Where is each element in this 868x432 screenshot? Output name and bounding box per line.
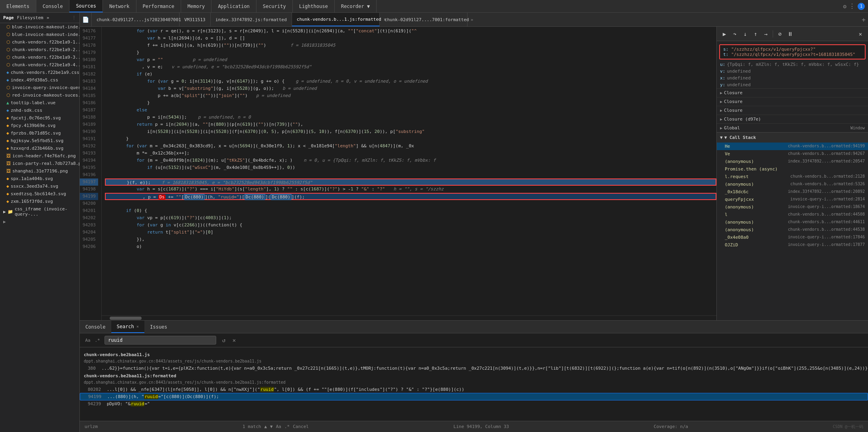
new-tab-btn[interactable]: +	[862, 16, 866, 24]
search-result-line-80202[interactable]: 80202 ...l[0]) && _nfe[6347](l[nfe[5058]…	[80, 386, 868, 393]
tab-network[interactable]: Network	[103, 0, 136, 12]
sidebar-menu-btn[interactable]: ⋮	[72, 15, 76, 20]
search-result-line-94199[interactable]: 94199 ...(880)](h, "ruuid="[c(880)](Dc(8…	[80, 393, 868, 400]
tab-performance[interactable]: Performance	[136, 0, 181, 12]
cancel-search-btn[interactable]: Cancel	[293, 424, 309, 429]
url-t-line: t: "/szzhzz/qlfpcx/v1/queryFpjcxx?t=1681…	[723, 52, 862, 57]
clear-search-btn[interactable]: ✕	[230, 336, 239, 345]
tab-overflow-btn[interactable]: »	[468, 13, 477, 26]
step-btn[interactable]: →	[761, 30, 770, 38]
list-item[interactable]: ◆sxedtzsq.5bc614e3.svg	[0, 190, 79, 198]
call-stack-item-he[interactable]: He chunk-vendors.b...ormatted:94199	[717, 143, 868, 150]
bottom-tab-console[interactable]: Console	[80, 321, 111, 333]
step-over-btn[interactable]: ↷	[730, 30, 739, 38]
file-tab-chunk[interactable]: chunk-02d91l27....js?20230407001	[92, 13, 180, 26]
tab-elements[interactable]: Elements	[0, 0, 36, 12]
list-item[interactable]: ⬡chunk-vendors.f22be1a9-2...	[0, 46, 79, 54]
step-into-btn[interactable]: ↓	[741, 30, 750, 38]
list-item[interactable]: ⬡blue-invoice-makeout-inde...	[0, 23, 79, 31]
file-tab-vm[interactable]: VM311513	[180, 13, 211, 26]
list-item[interactable]: ◆zxm.165f3f0d.svg	[0, 198, 79, 205]
call-stack-item-ojzid[interactable]: OJZiD invoice-query-i...ormatted:17877	[717, 241, 868, 249]
list-item[interactable]: ▲tooltip-label.vue	[0, 99, 79, 107]
closure-d97e[interactable]: ▶Closure (d97e)	[717, 115, 868, 123]
horizontal-scrollbar[interactable]	[102, 315, 716, 320]
call-stack-item-l[interactable]: l chunk-vendors.b...ormatted:44508	[717, 211, 868, 218]
tab-application[interactable]: Application	[211, 0, 256, 12]
sidebar-folder-css-iframe[interactable]: ▶📁css_iframe (invoice-query-...	[0, 205, 79, 218]
regex-match-btn[interactable]: .*	[284, 424, 290, 429]
list-item[interactable]: ◆hgjksyw.5e5fbd51.svg	[0, 137, 79, 145]
list-item[interactable]: ⬡chunk-vendors.f22be1a9-4...	[0, 61, 79, 69]
file-tab-index[interactable]: index.33f47892.js:formatted	[211, 13, 292, 26]
code-line: if (u[n(5152)](u["wSsxC"](m, _0x4de108[_…	[105, 164, 716, 171]
next-match-btn[interactable]: ▼	[270, 424, 273, 429]
closure-2[interactable]: ▶Closure	[717, 97, 868, 106]
sidebar-filesystem-tab[interactable]: Filesystem	[17, 15, 43, 20]
code-editor[interactable]: 94176 94177 94178 94179 94180 94181 9418…	[80, 27, 716, 320]
call-stack-item-queryFpjcxx[interactable]: queryFpjcxx invoice-query-i...ormatted:2…	[717, 196, 868, 203]
list-item[interactable]: ◈index.49fd30a5.css	[0, 76, 79, 84]
closure-3[interactable]: ▶Closure	[717, 106, 868, 115]
list-item[interactable]: ◆hzxxqrd.d23b466b.svg	[0, 145, 79, 152]
list-item[interactable]: ◆fpcxtj.0c76ec95.svg	[0, 114, 79, 122]
svg-icon: ◆	[6, 138, 9, 143]
list-item[interactable]: ◈chunk-vendors.f22be1a9.css	[0, 69, 79, 76]
deactivate-btn[interactable]: ⊘	[775, 30, 784, 38]
list-item[interactable]: ⬡red-invoice-makeout-suces...	[0, 91, 79, 99]
list-item[interactable]: ⬡chunk-vendors.f22be1a9-1...	[0, 38, 79, 46]
list-item[interactable]: ◈znhd-sdk.css	[0, 107, 79, 114]
call-stack-header[interactable]: ▼ ▼ Call Stack	[717, 132, 868, 143]
regex-btn[interactable]: .*	[93, 336, 101, 344]
list-item[interactable]: ⬡invoice-query-invoice-quer...	[0, 84, 79, 91]
list-item[interactable]: ◆spx.1a1a404b.svg	[0, 175, 79, 182]
search-result-line[interactable]: 380 ...62}}=function(){var t=i,e={plKZx:…	[80, 365, 868, 372]
list-item[interactable]: ⬡chunk-vendors.f22be1a9-3...	[0, 54, 79, 61]
step-out-btn[interactable]: ↑	[751, 30, 760, 38]
search-result-line-94239[interactable]: 94239 pDpVO: "&ruuid="	[80, 400, 868, 407]
call-stack-item-anon1[interactable]: (anonymous) index.33f47892....ormatted:2…	[717, 158, 868, 165]
call-stack-item-anon2[interactable]: (anonymous) chunk-vendors.b...ormatted:5…	[717, 180, 868, 188]
call-stack-item-anon4[interactable]: (anonymous) chunk-vendors.b...ormatted:4…	[717, 218, 868, 226]
tab-memory[interactable]: Memory	[181, 0, 211, 12]
file-tab-chunk-vendors[interactable]: chunk-vendors.b...1.js:formatted ✕	[292, 13, 380, 26]
list-item[interactable]: 🖼shanghai.31e77196.png	[0, 167, 79, 175]
list-item[interactable]: ◆fpcy.4139b69e.svg	[0, 122, 79, 129]
tab-sources[interactable]: Sources	[69, 0, 103, 12]
list-item[interactable]: ⬡blue-invoice-makeout-inde...	[0, 31, 79, 38]
list-item[interactable]: ◆fprzbs.0b71d85c.svg	[0, 129, 79, 137]
pause-exceptions-btn[interactable]: ⏸	[786, 30, 795, 38]
call-stack-item-anon3[interactable]: (anonymous) invoice-query-i...ormatted:1…	[717, 203, 868, 211]
search-input[interactable]	[105, 336, 216, 345]
call-stack-item-18dc6c[interactable]: _0x18dc6c index.33f47892....ormatted:208…	[717, 188, 868, 196]
call-stack-item-ve[interactable]: Ve chunk-vendors.b...ormatted:94267	[717, 150, 868, 158]
list-item[interactable]: ◆ssxcx.3eed3a74.svg	[0, 182, 79, 190]
devtools-more-icon[interactable]: ⋮	[849, 2, 855, 10]
resume-btn[interactable]: ▶	[720, 30, 729, 38]
global-scope[interactable]: ▶ Global Window	[717, 123, 868, 132]
close-search-tab-btn[interactable]: ✕	[136, 324, 139, 329]
tab-recorder[interactable]: Recorder ▼	[335, 0, 377, 12]
sidebar-page-tab[interactable]: Page	[3, 15, 14, 20]
match-case-btn[interactable]: Aa	[276, 424, 281, 429]
closure-1[interactable]: ▶Closure	[717, 88, 868, 97]
tab-lighthouse[interactable]: Lighthouse	[293, 0, 335, 12]
call-stack-item-anon5[interactable]: (anonymous) chunk-vendors.b...ormatted:4…	[717, 226, 868, 234]
bottom-tab-search[interactable]: Search ✕	[111, 321, 144, 333]
list-item[interactable]: 🖼icon-header.f4e76afc.png	[0, 152, 79, 160]
file-tab-chunk2[interactable]: chunk-02d91l27....7001:formatted	[380, 13, 468, 26]
close-debugger-btn[interactable]: ✕	[856, 30, 865, 38]
bottom-tab-issues[interactable]: Issues	[144, 321, 173, 333]
call-stack-item-4e08a0[interactable]: _0x4e08a0 invoice-query-i...ormatted:178…	[717, 234, 868, 241]
sidebar-more-btn[interactable]: »	[47, 15, 49, 20]
prev-match-btn[interactable]: ▲	[264, 424, 267, 429]
devtools-settings-icon[interactable]: ⚙	[843, 3, 846, 10]
tab-console[interactable]: Console	[36, 0, 70, 12]
refresh-search-btn[interactable]: ↺	[219, 336, 228, 345]
call-stack-item-lrequest[interactable]: l.request chunk-vendors.b...ormatted:212…	[717, 173, 868, 180]
list-item[interactable]: 🖼icon-party-real.7db727a8.p...	[0, 160, 79, 167]
tab-security[interactable]: Security	[256, 0, 293, 12]
call-stack-item-promise[interactable]: Promise.then (async)	[717, 165, 868, 173]
expand-more-icon[interactable]: ▶	[3, 219, 6, 224]
case-sensitive-btn[interactable]: Aa	[84, 336, 92, 344]
